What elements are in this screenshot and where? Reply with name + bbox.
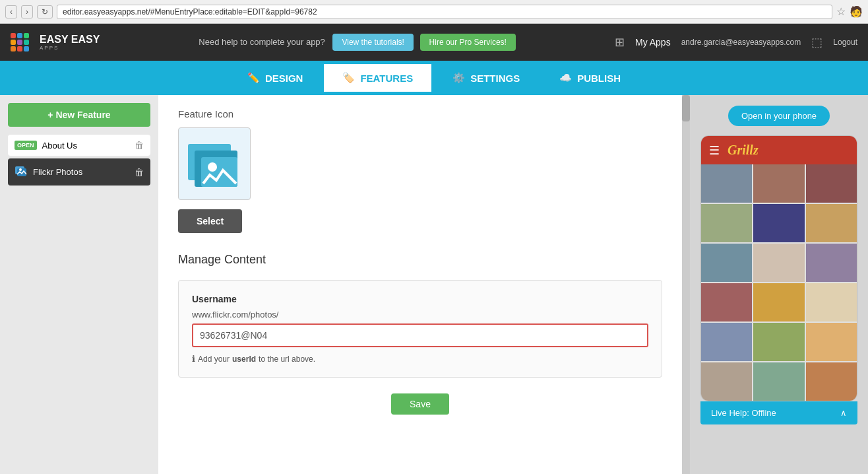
scrollbar[interactable] [682, 95, 690, 474]
phone-frame: ☰ Grillz [700, 135, 857, 401]
my-apps-button[interactable]: My Apps [635, 37, 671, 48]
header-nav: ⊞ My Apps andre.garcia@easyeasyapps.com … [615, 35, 857, 50]
svg-point-2 [19, 168, 22, 171]
photo-cell-10 [701, 283, 752, 322]
tab-design[interactable]: ✏️ DESIGN [228, 63, 323, 93]
new-feature-button[interactable]: + New Feature [8, 103, 150, 127]
hint-bold: userId [232, 355, 256, 364]
save-row: Save [178, 393, 662, 415]
username-label: Username [192, 294, 648, 304]
settings-icon: ⚙️ [452, 72, 465, 84]
photo-cell-18 [806, 362, 857, 401]
tab-design-label: DESIGN [265, 73, 303, 84]
flickr-photos-label: Flickr Photos [33, 167, 129, 177]
hint-suffix: to the url above. [259, 355, 315, 364]
open-in-phone-button[interactable]: Open in your phone [728, 106, 830, 126]
flickr-icon [15, 164, 28, 180]
photo-cell-1 [701, 164, 752, 203]
pro-services-button[interactable]: Hire our Pro Services! [420, 34, 516, 51]
user-email: andre.garcia@easyeasyapps.com [681, 38, 801, 47]
account-icon: ⬚ [811, 35, 822, 50]
tab-features-label: FEATURES [360, 73, 413, 84]
photo-cell-14 [753, 323, 804, 361]
logo-grid [11, 33, 29, 51]
photo-cell-3 [806, 164, 857, 203]
back-button[interactable]: ‹ [5, 5, 17, 18]
bookmark-icon[interactable]: ☆ [836, 5, 846, 18]
publish-icon: ☁️ [559, 72, 572, 84]
hint-prefix: Add your [198, 355, 230, 364]
photo-cell-9 [806, 244, 857, 282]
phone-title: Grillz [728, 143, 759, 158]
refresh-button[interactable]: ↻ [37, 5, 53, 18]
tutorials-button[interactable]: View the tutorials! [332, 34, 414, 51]
url-prefix: www.flickr.com/photos/ [192, 310, 648, 320]
logout-button[interactable]: Logout [833, 38, 857, 47]
photo-cell-17 [753, 362, 804, 401]
address-bar[interactable] [57, 5, 832, 19]
app-header: EASY EASY APPS Need help to complete you… [0, 24, 868, 61]
info-icon: ℹ [192, 354, 195, 364]
sidebar: + New Feature OPEN About Us 🗑 Flickr Pho… [0, 95, 158, 474]
photo-cell-12 [806, 283, 857, 322]
help-banner: Need help to complete your app? View the… [100, 34, 615, 51]
phone-header: ☰ Grillz [701, 136, 857, 164]
photo-cell-7 [701, 244, 752, 282]
svg-point-6 [208, 162, 217, 172]
user-icon: 🧑 [850, 5, 863, 18]
photo-cell-6 [806, 204, 857, 242]
svg-rect-5 [201, 157, 237, 187]
forward-button[interactable]: › [21, 5, 33, 18]
tab-features[interactable]: 🏷️ FEATURES [323, 63, 433, 93]
username-input[interactable] [192, 323, 648, 347]
browser-bar: ‹ › ↻ ☆ 🧑 [0, 0, 868, 24]
photo-cell-15 [806, 323, 857, 361]
sidebar-item-flickr-photos[interactable]: Flickr Photos 🗑 [8, 158, 150, 186]
photo-cell-4 [701, 204, 752, 242]
photo-cell-13 [701, 323, 752, 361]
phone-panel: Open in your phone ☰ Grillz [690, 95, 868, 474]
phone-photo-grid [701, 164, 857, 401]
feature-icon-heading: Feature Icon [178, 108, 662, 119]
hamburger-icon[interactable]: ☰ [709, 143, 720, 158]
tab-bar: ✏️ DESIGN 🏷️ FEATURES ⚙️ SETTINGS ☁️ PUB… [0, 61, 868, 95]
photo-cell-5 [753, 204, 804, 242]
username-input-wrap [192, 323, 648, 347]
photo-cell-2 [753, 164, 804, 203]
live-help-text: Live Help: Offline [711, 408, 776, 418]
sidebar-item-about-us[interactable]: OPEN About Us 🗑 [8, 135, 150, 156]
content-box: Username www.flickr.com/photos/ ℹ Add yo… [178, 280, 662, 378]
live-help-chevron: ∧ [840, 408, 847, 418]
save-button[interactable]: Save [391, 393, 449, 415]
delete-about-us-icon[interactable]: 🗑 [135, 140, 144, 151]
select-icon-button[interactable]: Select [178, 209, 242, 233]
scrollbar-thumb[interactable] [682, 95, 690, 121]
feature-icon-preview [178, 127, 251, 200]
tab-publish[interactable]: ☁️ PUBLISH [540, 63, 640, 93]
feature-icon-svg [185, 134, 244, 193]
main-layout: + New Feature OPEN About Us 🗑 Flickr Pho… [0, 95, 868, 474]
logo-text: EASY EASY [40, 34, 100, 45]
grid-icon[interactable]: ⊞ [615, 35, 625, 50]
photo-cell-11 [753, 283, 804, 322]
content-area: Feature Icon Select Manage Content Usern… [158, 95, 682, 474]
photo-cell-16 [701, 362, 752, 401]
help-text: Need help to complete your app? [199, 37, 325, 47]
photo-cell-8 [753, 244, 804, 282]
manage-content-title: Manage Content [178, 253, 662, 267]
tab-settings-label: SETTINGS [470, 73, 520, 84]
tab-settings[interactable]: ⚙️ SETTINGS [433, 63, 540, 93]
design-icon: ✏️ [247, 72, 260, 84]
features-icon: 🏷️ [342, 72, 355, 84]
tab-publish-label: PUBLISH [577, 73, 621, 84]
live-help-bar[interactable]: Live Help: Offline ∧ [700, 401, 857, 424]
open-badge: OPEN [15, 141, 37, 150]
sidebar-item-label: About Us [42, 141, 129, 151]
logo-sub: APPS [40, 45, 100, 51]
delete-flickr-icon[interactable]: 🗑 [135, 167, 144, 178]
hint-text: ℹ Add your userId to the url above. [192, 354, 648, 364]
